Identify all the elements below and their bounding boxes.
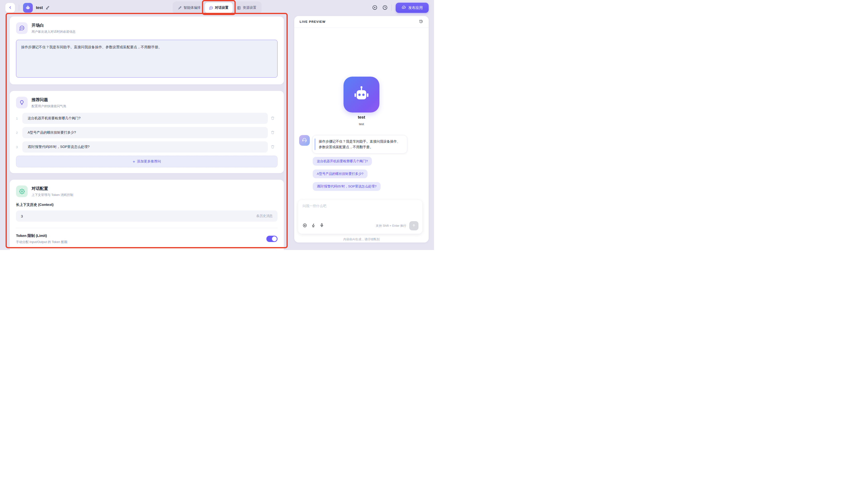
trash-icon [270,145,275,150]
delete-question-button[interactable] [268,130,278,135]
question-input[interactable]: A型号产品的螺丝扭矩要打多少? [22,127,268,138]
card-header: 推荐问题 配置用户的快捷提问气泡 [16,97,278,109]
publish-button[interactable]: 发布应用 [396,3,429,13]
question-row: 2 A型号产品的螺丝扭矩要打多少? [16,127,278,138]
gear-icon [16,185,28,197]
settings-column: 开场白 用户首次进入对话时的欢迎信息 操作步骤记不住？我是车间助手。直接问我设备… [10,16,284,250]
question-list: 1 这台机器开机前要检查哪几个阀门? 2 A型号产品的螺丝扭矩要打多少? 3 遇… [16,113,278,152]
trash-icon [270,130,275,135]
token-limit-subtitle: 手动分配 Input/Output 的 Token 配额 [16,240,67,244]
token-limit-toggle[interactable] [266,236,278,242]
chat-bubble-dots-icon [16,22,28,34]
suggested-questions-card: 推荐问题 配置用户的快捷提问气泡 1 这台机器开机前要检查哪几个阀门? 2 A型… [10,91,284,173]
question-input[interactable]: 这台机器开机前要检查哪几个阀门? [22,113,268,124]
add-question-button[interactable]: + 添加更多推荐问 [16,156,278,167]
question-text: A型号产品的螺丝扭矩要打多少? [28,130,76,135]
suggested-question-chip[interactable]: A型号产品的螺丝扭矩要打多少? [313,170,368,178]
toggle-knob [272,236,277,241]
robot-icon [25,5,31,11]
question-row: 1 这台机器开机前要检查哪几个阀门? [16,113,278,124]
token-limit-title: Token 限制 (Limit) [16,234,67,238]
context-value-field[interactable] [21,214,172,218]
tab-agent-orchestration[interactable]: 智能体编排 [173,2,205,13]
live-preview-panel: LIVE PREVIEW test test [294,16,429,242]
tab-bar: 智能体编排 对话设置 资源设置 [172,1,261,14]
question-input[interactable]: 遇到‘报警代码05’时，SOP里说怎么处理? [22,141,268,152]
dialog-config-card: 对话配置 上下文管理与 Token 消耗控制 长上下文历史 (Context) … [10,180,284,250]
chat-message-input[interactable] [303,204,383,218]
question-row: 3 遇到‘报警代码05’时，SOP里说怎么处理? [16,141,278,152]
card-subtitle: 配置用户的快捷提问气泡 [32,104,66,109]
token-limit-row: Token 限制 (Limit) 手动分配 Input/Output 的 Tok… [16,234,278,244]
robot-icon [351,84,372,105]
card-title: 对话配置 [32,186,73,191]
plus-circle-icon [303,223,307,228]
bot-description: test [294,122,429,126]
broom-icon [311,223,316,228]
opening-message-card: 开场白 用户首次进入对话时的欢迎信息 操作步骤记不住？我是车间助手。直接问我设备… [10,16,284,84]
run-preview-button[interactable] [372,5,377,11]
arrow-up-icon [412,223,416,228]
divider [392,4,392,11]
tab-label: 资源设置 [243,5,257,10]
context-history-label: 长上下文历史 (Context) [16,203,278,207]
app-avatar-icon [23,3,33,13]
play-circle-icon [372,5,377,11]
clear-context-button[interactable] [311,223,316,228]
preview-header: LIVE PREVIEW [294,16,429,27]
card-header: 开场白 用户首次进入对话时的欢迎信息 [16,22,278,34]
bubble-accent-bar [314,138,316,150]
token-quota-panel: 最小 Token 数 最大 Token 数 每条Token数 [16,249,278,250]
page-title: test [36,5,43,10]
chat-input-toolbar: 支持 Shift + Enter 换行 [303,221,418,230]
headset-icon [302,137,307,144]
topbar-right: 发布应用 [372,3,429,13]
microphone-icon [319,223,324,228]
preview-title: LIVE PREVIEW [300,20,326,23]
lightbulb-icon [16,97,28,109]
preview-body: test test 操作步骤记不住？我是车间助手。直接问我设备操作、参数设置或装… [294,27,429,242]
tab-dialog-settings[interactable]: 对话设置 [205,2,233,13]
chat-bubble-dots-icon [209,6,213,10]
tab-label: 对话设置 [215,5,228,10]
publish-label: 发布应用 [408,5,423,10]
version-history-button[interactable] [382,5,388,11]
divider [19,4,19,11]
assistant-avatar [299,135,310,146]
trash-icon [270,116,275,121]
add-question-label: 添加更多推荐问 [137,159,161,164]
pencil-icon [46,5,50,10]
edit-title-button[interactable] [46,5,50,10]
context-suffix-label: 条历史消息 [257,214,273,218]
question-text: 遇到‘报警代码05’时，SOP里说怎么处理? [28,145,90,149]
server-icon [237,6,241,10]
chevron-left-icon [8,5,12,10]
card-title: 开场白 [32,23,76,28]
context-history-input[interactable]: 条历史消息 [16,211,278,221]
reset-conversation-button[interactable] [419,19,423,24]
plug-icon [178,6,182,10]
opening-message-input[interactable]: 操作步骤记不住？我是车间助手。直接问我设备操作、参数设置或装配要点，不用翻手册。 [16,40,278,78]
question-text: 这台机器开机前要检查哪几个阀门? [28,116,80,121]
topbar-left: test [5,3,50,13]
attach-button[interactable] [303,223,307,228]
back-button[interactable] [5,3,15,13]
tab-resource-settings[interactable]: 资源设置 [233,2,261,13]
assistant-message: 操作步骤记不住？我是车间助手。直接问我设备操作、参数设置或装配要点，不用翻手册。 [312,135,407,154]
assistant-message-text: 操作步骤记不住？我是车间助手。直接问我设备操作、参数设置或装配要点，不用翻手册。 [319,139,400,149]
app-window: test 智能体编排 对话设置 [0,0,434,250]
delete-question-button[interactable] [268,145,278,150]
question-index: 2 [16,131,22,135]
enter-hint-label: 支持 Shift + Enter 换行 [376,224,406,228]
tab-label: 智能体编排 [184,5,201,10]
card-header: 对话配置 上下文管理与 Token 消耗控制 [16,185,278,197]
send-button[interactable] [409,221,418,230]
card-subtitle: 上下文管理与 Token 消耗控制 [32,193,73,197]
suggested-question-chip[interactable]: 这台机器开机前要检查哪几个阀门? [313,157,372,166]
plus-icon: + [133,160,135,164]
delete-question-button[interactable] [268,116,278,121]
mic-button[interactable] [319,223,324,228]
card-subtitle: 用户首次进入对话时的欢迎信息 [32,30,76,34]
suggested-question-chip[interactable]: 遇到‘报警代码05’时，SOP里说怎么处理? [313,182,381,191]
topbar: test 智能体编排 对话设置 [0,0,434,15]
